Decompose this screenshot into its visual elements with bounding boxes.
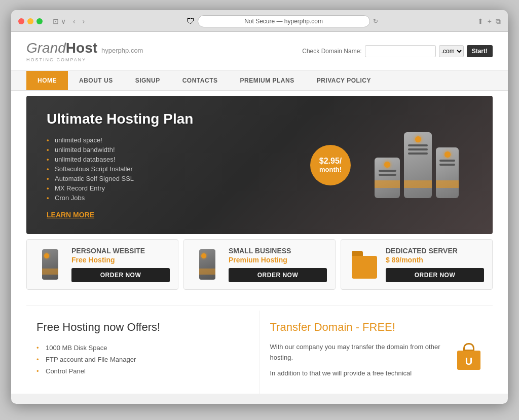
server-vent-6: [439, 160, 456, 162]
hosting-plans: PERSONAL WEBSITE Free Hosting ORDER NOW …: [26, 239, 493, 295]
security-icon: 🛡: [187, 17, 195, 26]
tower-icon-2: [199, 249, 215, 280]
domain-label: Check Domain Name:: [302, 48, 361, 55]
shopping-bag-icon: U: [457, 342, 483, 370]
forward-button[interactable]: ›: [81, 16, 87, 26]
nav-about[interactable]: ABOUT US: [68, 71, 124, 90]
hero-price-unit: month!: [319, 166, 342, 174]
tabs-icon[interactable]: ⧉: [496, 17, 501, 26]
logo-area: Grand Host hyperphp.com HOSTING COMPANY: [26, 40, 143, 62]
nav-premium[interactable]: PREMIUM PLANS: [229, 71, 305, 90]
logo-wrap: Grand Host hyperphp.com HOSTING COMPANY: [26, 40, 143, 62]
transfer-text-content: With our company you may transfer the do…: [270, 342, 450, 384]
hero-price: $2.95/: [319, 156, 342, 166]
server-tall: [404, 132, 432, 198]
server-stripe-2: [404, 180, 432, 188]
plan-business-subtitle: Premium Hosting: [229, 256, 327, 264]
browser-window: ⊡ ∨ ‹ › 🛡 ↻ ⬆ + ⧉ Grand Host hyperphp.co…: [11, 10, 508, 404]
nav-privacy[interactable]: PRIVACY POLICY: [306, 71, 382, 90]
hero-banner: Ultimate Hosting Plan unlimited space! u…: [26, 96, 493, 234]
plan-dedicated-subtitle: $ 89/month: [386, 256, 484, 264]
server-med: [436, 147, 459, 198]
free-hosting-section: Free Hosting now Offers! 1000 MB Disk Sp…: [26, 311, 260, 394]
logo-grand: Grand: [26, 40, 66, 56]
tower-icon-1: [42, 249, 58, 280]
free-item-3: Control Panel: [36, 365, 249, 377]
hero-content: Ultimate Hosting Plan unlimited space! u…: [47, 111, 300, 219]
plan-dedicated-info: DEDICATED SERVER $ 89/month ORDER NOW: [386, 247, 484, 282]
transfer-title: Transfer Domain - FREE!: [270, 321, 483, 334]
plan-personal-icon: [35, 247, 65, 282]
site-header: Grand Host hyperphp.com HOSTING COMPANY …: [11, 32, 508, 71]
server-stripe-1: [375, 180, 400, 188]
folder-icon: [352, 251, 377, 279]
plan-dedicated-name: DEDICATED SERVER: [386, 247, 484, 255]
start-button[interactable]: Start!: [467, 45, 493, 57]
domain-ext-select[interactable]: .com .net .org: [439, 45, 464, 57]
hero-server-image: [361, 125, 472, 206]
maximize-button[interactable]: [36, 18, 43, 24]
domain-check: Check Domain Name: .com .net .org Start!: [302, 45, 493, 57]
plan-personal: PERSONAL WEBSITE Free Hosting ORDER NOW: [26, 239, 178, 290]
plan-business: SMALL BUSINESS Premium Hosting ORDER NOW: [183, 239, 336, 290]
server-vent-7: [439, 164, 456, 166]
free-item-2: FTP account and File Manager: [36, 354, 249, 365]
server-light-3: [444, 151, 451, 158]
browser-controls: ⊡ ∨ ‹ ›: [51, 16, 87, 26]
nav-home[interactable]: HOME: [26, 71, 68, 90]
server-vent-3: [408, 144, 428, 146]
plan-business-order[interactable]: ORDER NOW: [229, 268, 327, 282]
close-button[interactable]: [18, 18, 24, 24]
domain-input[interactable]: [365, 45, 436, 57]
address-bar: 🛡 ↻: [91, 15, 473, 27]
transfer-area: With our company you may transfer the do…: [270, 342, 483, 384]
plan-dedicated-icon: [349, 247, 380, 282]
window-toggle[interactable]: ⊡ ∨: [51, 16, 68, 26]
bag-u-label: U: [465, 356, 472, 367]
hero-features: unlimited space! unlimited bandwidth! un…: [47, 135, 300, 203]
free-hosting-list: 1000 MB Disk Space FTP account and File …: [36, 342, 249, 377]
logo-host: Host: [66, 40, 97, 56]
plan-dedicated: DEDICATED SERVER $ 89/month ORDER NOW: [341, 239, 493, 290]
transfer-text-2: In addition to that we will provide a fr…: [270, 368, 450, 379]
plan-personal-order[interactable]: ORDER NOW: [71, 268, 170, 282]
server-vent-2: [379, 174, 396, 176]
refresh-button[interactable]: ↻: [373, 18, 378, 25]
feature-7: Cron Jobs: [47, 193, 300, 203]
nav-contacts[interactable]: CONTACTS: [171, 71, 229, 90]
transfer-title-accent: FREE!: [362, 321, 395, 333]
lower-content: Free Hosting now Offers! 1000 MB Disk Sp…: [26, 305, 493, 394]
plan-dedicated-order[interactable]: ORDER NOW: [386, 268, 484, 282]
logo-url: hyperphp.com: [101, 47, 143, 54]
site-nav: HOME ABOUT US SIGNUP CONTACTS PREMIUM PL…: [11, 71, 508, 91]
server-short: [375, 158, 400, 198]
bag-handle: [463, 343, 474, 351]
feature-2: unlimited bandwidth!: [47, 145, 300, 155]
transfer-title-text: Transfer Domain -: [270, 321, 363, 333]
transfer-text-1: With our company you may transfer the do…: [270, 342, 450, 363]
transfer-section: Transfer Domain - FREE! With our company…: [260, 311, 493, 394]
server-group: [375, 132, 459, 198]
folder-body: [352, 256, 377, 279]
back-button[interactable]: ‹: [71, 16, 78, 26]
browser-chrome: ⊡ ∨ ‹ › 🛡 ↻ ⬆ + ⧉: [11, 10, 508, 32]
plan-personal-subtitle: Free Hosting: [71, 256, 170, 264]
traffic-lights: [18, 18, 43, 24]
plan-personal-info: PERSONAL WEBSITE Free Hosting ORDER NOW: [71, 247, 170, 282]
website-content: Grand Host hyperphp.com HOSTING COMPANY …: [11, 32, 508, 394]
free-item-1: 1000 MB Disk Space: [36, 342, 249, 354]
share-icon[interactable]: ⬆: [477, 17, 484, 26]
feature-5: Automatic Self Signed SSL: [47, 174, 300, 183]
free-hosting-title: Free Hosting now Offers!: [36, 321, 249, 334]
bag-body: U: [457, 351, 480, 370]
nav-signup[interactable]: SIGNUP: [124, 71, 171, 90]
minimize-button[interactable]: [27, 18, 33, 24]
new-tab-icon[interactable]: +: [488, 17, 492, 26]
feature-4: Softaculous Script Installer: [47, 164, 300, 174]
plan-personal-name: PERSONAL WEBSITE: [71, 247, 170, 255]
address-input[interactable]: [198, 15, 370, 27]
hero-price-badge: $2.95/ month!: [310, 145, 351, 185]
plan-business-icon: [192, 247, 223, 282]
learn-more-link[interactable]: LEARN MORE: [47, 211, 300, 219]
feature-1: unlimited space!: [47, 135, 300, 145]
